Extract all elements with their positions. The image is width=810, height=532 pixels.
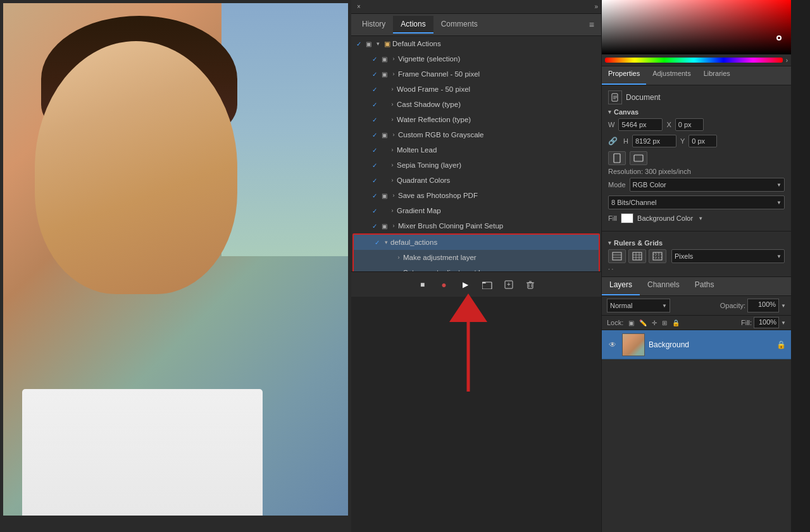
x-input[interactable] (675, 118, 704, 131)
panel-top-bar: × » (351, 0, 601, 14)
tab-libraries[interactable]: Libraries (697, 66, 737, 85)
rulers-dropdown[interactable]: Pixels ▼ (671, 249, 785, 263)
width-input[interactable] (618, 118, 663, 131)
lock-all-button[interactable]: 🔒 (672, 319, 680, 326)
check-icon: ✓ (370, 132, 379, 139)
action-label: Molten Lead (397, 146, 598, 154)
blend-mode-arrow-icon: ▼ (662, 303, 667, 309)
lock-image-button[interactable]: ✏️ (639, 319, 647, 326)
y-input[interactable] (688, 135, 717, 147)
x-label: X (666, 121, 671, 128)
color-picker-area: › (602, 0, 791, 66)
delete-button[interactable] (524, 278, 537, 291)
action-item-custom-rgb[interactable]: ✓ ▣ › Custom RGB to Grayscale (351, 127, 601, 142)
hash-grid-button[interactable] (649, 249, 666, 263)
grid-button[interactable] (628, 249, 646, 263)
canvas-landscape-button[interactable] (630, 151, 647, 165)
new-action-button[interactable]: + (502, 278, 515, 291)
tab-layers[interactable]: Layers (602, 277, 640, 295)
actions-group-header[interactable]: ✓ ▣ ▾ ▣ Default Actions (351, 36, 601, 51)
canvas-section-header: ▾ Canvas (608, 108, 785, 116)
action-item-make-adjustment[interactable]: › Make adjustment layer (354, 250, 599, 265)
tab-channels[interactable]: Channels (640, 277, 687, 295)
svg-marker-9 (449, 294, 487, 322)
actions-list: ✓ ▣ ▾ ▣ Default Actions ✓ ▣ › Vignette (… (351, 36, 601, 271)
action-item-molten-lead[interactable]: ✓ › Molten Lead (351, 142, 601, 158)
color-arrow-icon[interactable]: › (783, 57, 788, 64)
check-icon: ✓ (354, 40, 363, 47)
tab-actions[interactable]: Actions (393, 16, 433, 34)
bits-dropdown[interactable]: 8 Bits/Channel ▼ (608, 195, 785, 209)
new-set-button[interactable] (481, 278, 494, 291)
document-label: Document (626, 93, 661, 102)
fill-value[interactable]: 100% (754, 317, 779, 328)
document-icon[interactable] (608, 90, 622, 104)
action-item-gradient-map[interactable]: ✓ › Gradient Map (351, 203, 601, 218)
action-label: Water Reflection (type) (397, 116, 598, 123)
item-icon: ▣ (379, 192, 389, 199)
tab-adjustments[interactable]: Adjustments (646, 66, 697, 85)
layers-controls: Normal ▼ Opacity: 100% ▼ (602, 296, 791, 316)
action-item-set-adjustment[interactable]: › Set current adjustment layer (354, 265, 599, 271)
close-button[interactable]: × (354, 3, 363, 11)
group-item-icon: ▣ (363, 40, 373, 47)
mode-value: RGB Color (633, 181, 666, 189)
blend-mode-value: Normal (610, 302, 632, 309)
lock-artboard-button[interactable]: ⊞ (662, 319, 667, 326)
properties-content: Document ▾ Canvas W X 🔗 H Y (602, 85, 791, 232)
fill-color-swatch[interactable] (621, 213, 633, 223)
tab-paths[interactable]: Paths (687, 277, 722, 295)
blend-mode-dropdown[interactable]: Normal ▼ (607, 299, 670, 312)
action-item-save-pdf[interactable]: ✓ ▣ › Save as Photoshop PDF (351, 188, 601, 203)
defaul-actions-header[interactable]: ✓ ▾ defaul_actions (354, 235, 599, 250)
visibility-eye-icon[interactable]: 👁 (607, 340, 618, 349)
action-item-frame-channel[interactable]: ✓ ▣ › Frame Channel - 50 pixel (351, 66, 601, 82)
panel-menu-button[interactable]: ≡ (585, 18, 598, 31)
check-icon: ✓ (370, 192, 379, 199)
expand-arrow-icon: › (389, 71, 398, 77)
stop-button[interactable]: ■ (416, 278, 429, 291)
action-label: Quadrant Colors (397, 176, 598, 184)
lock-move-button[interactable]: ✛ (652, 319, 657, 326)
expand-arrow-icon: › (388, 101, 397, 108)
portrait-icon (613, 153, 621, 163)
action-item-vignette[interactable]: ✓ ▣ › Vignette (selection) (351, 51, 601, 66)
canvas-portrait-button[interactable] (608, 151, 626, 165)
section-arrow-icon[interactable]: ▾ (608, 109, 611, 115)
expand-arrow-icon: ▾ (382, 239, 390, 245)
item-icon: ▣ (379, 71, 389, 78)
color-gradient[interactable] (602, 0, 791, 54)
document-svg-icon (611, 93, 620, 102)
hue-slider[interactable] (605, 58, 783, 63)
height-input[interactable] (632, 135, 676, 147)
record-button[interactable]: ● (438, 278, 451, 291)
tab-history[interactable]: History (354, 16, 393, 34)
check-icon: ✓ (373, 239, 382, 246)
svg-rect-24 (653, 252, 662, 260)
expand-arrow-icon: › (388, 147, 397, 153)
action-item-quadrant[interactable]: ✓ › Quadrant Colors (351, 173, 601, 188)
rulers-arrow-icon[interactable]: ▾ (608, 240, 611, 246)
check-icon: ✓ (370, 116, 379, 123)
action-item-mixer-brush[interactable]: ✓ ▣ › Mixer Brush Cloning Paint Setup (351, 218, 601, 233)
tab-comments[interactable]: Comments (433, 16, 485, 34)
link-icon[interactable]: 🔗 (608, 137, 618, 145)
fill-row: Fill Background Color ▼ (608, 213, 785, 223)
action-item-water-reflection[interactable]: ✓ › Water Reflection (type) (351, 112, 601, 127)
mode-dropdown[interactable]: RGB Color ▼ (630, 178, 785, 192)
lock-transparency-button[interactable]: ▣ (628, 319, 634, 326)
play-button[interactable]: ▶ (459, 278, 472, 291)
check-icon: ✓ (370, 177, 379, 184)
action-item-cast-shadow[interactable]: ✓ › Cast Shadow (type) (351, 97, 601, 112)
svg-rect-19 (633, 252, 642, 260)
collapse-button[interactable]: » (594, 3, 598, 10)
opacity-value[interactable]: 100% (747, 299, 779, 312)
action-item-sepia[interactable]: ✓ › Sepia Toning (layer) (351, 158, 601, 173)
layer-item-background[interactable]: 👁 Background 🔒 (602, 330, 791, 359)
check-icon: ✓ (370, 207, 379, 214)
tab-properties[interactable]: Properties (602, 66, 646, 85)
bits-row: 8 Bits/Channel ▼ (608, 195, 785, 209)
ruler-lines-button[interactable] (608, 249, 626, 263)
item-icon: ▣ (379, 132, 389, 139)
action-item-wood-frame[interactable]: ✓ › Wood Frame - 50 pixel (351, 82, 601, 97)
